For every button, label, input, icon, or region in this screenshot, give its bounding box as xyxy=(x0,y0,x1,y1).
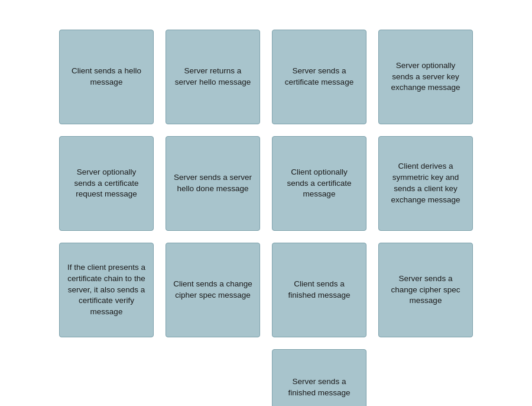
card-server-cert-request: Server optionally sends a certificate re… xyxy=(59,136,154,231)
card-client-key-exchange: Client derives a symmetric key and sends… xyxy=(378,136,473,231)
card-client-cert-verify: If the client presents a certificate cha… xyxy=(59,243,154,337)
card-client-change-cipher: Client sends a change cipher spec messag… xyxy=(166,243,260,337)
card-server-hello-done: Server sends a server hello done message xyxy=(166,136,260,231)
bottom-row: Server sends a finished message xyxy=(12,349,520,406)
card-server-change-cipher: Server sends a change cipher spec messag… xyxy=(378,243,473,337)
card-client-finished: Client sends a finished message xyxy=(272,243,366,337)
card-server-key-exchange: Server optionally sends a server key exc… xyxy=(378,30,473,124)
card-server-cert: Server sends a certificate message xyxy=(272,30,366,124)
card-grid: Client sends a hello message Server retu… xyxy=(12,12,520,337)
card-client-hello: Client sends a hello message xyxy=(59,30,154,124)
card-client-cert: Client optionally sends a certificate me… xyxy=(272,136,366,231)
card-server-finished: Server sends a finished message xyxy=(272,349,366,406)
card-server-hello: Server returns a server hello message xyxy=(166,30,260,124)
tls-handshake-diagram: Client sends a hello message Server retu… xyxy=(0,0,532,406)
